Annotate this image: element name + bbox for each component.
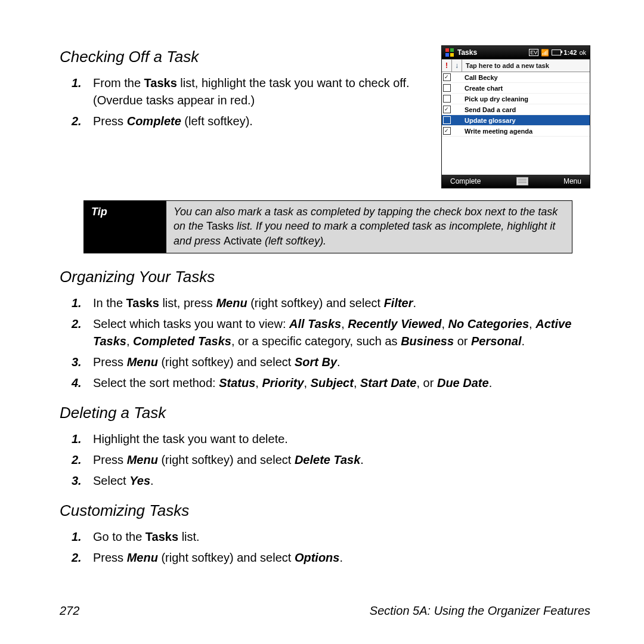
task-checkbox[interactable] [443, 84, 451, 92]
step-number: 1. [72, 75, 82, 92]
task-label: Call Becky [461, 74, 590, 81]
step-number: 2. [72, 113, 82, 130]
heading-customizing: Customizing Tasks [60, 501, 590, 520]
heading-deleting: Deleting a Task [60, 404, 590, 422]
step-number: 3. [72, 354, 82, 371]
start-icon[interactable] [445, 48, 454, 57]
task-row[interactable]: ✓Send Dad a card [442, 104, 590, 115]
keyboard-icon[interactable] [516, 177, 528, 185]
task-list: ✓Call BeckyCreate chartPick up dry clean… [442, 72, 590, 137]
tip-box: Tip You can also mark a task as complete… [83, 200, 572, 253]
task-row[interactable]: Pick up dry cleaning [442, 94, 590, 104]
step-number: 4. [72, 374, 82, 392]
device-screenshot: Tasks EV 📶 1:42 ok ! ↓ Tap here to add a… [441, 45, 590, 188]
page-number: 272 [60, 604, 79, 618]
right-softkey[interactable]: Menu [564, 177, 581, 185]
priority-column-icon[interactable]: ! [442, 60, 452, 72]
task-label: Update glossary [461, 117, 590, 124]
sort-column-icon[interactable]: ↓ [452, 60, 462, 72]
network-icon: EV [529, 49, 538, 56]
page-footer: 272 Section 5A: Using the Organizer Feat… [60, 604, 590, 618]
organizing-step-4: 4. Select the sort method: Status, Prior… [60, 374, 590, 392]
task-label: Pick up dry cleaning [461, 95, 590, 103]
tip-body: You can also mark a task as completed by… [166, 201, 572, 253]
deleting-step-2: 2. Press Menu (right softkey) and select… [60, 451, 590, 469]
task-label: Create chart [461, 85, 590, 92]
task-checkbox[interactable]: ✓ [443, 127, 451, 135]
task-row[interactable]: Create chart [442, 83, 590, 94]
deleting-step-3: 3. Select Yes. [60, 472, 590, 490]
clock: 1:42 [564, 49, 577, 56]
task-row[interactable]: ✓Call Becky [442, 72, 590, 83]
deleting-step-1: 1. Highlight the task you want to delete… [60, 431, 590, 448]
heading-organizing: Organizing Your Tasks [60, 268, 590, 286]
organizing-step-1: 1. In the Tasks list, press Menu (right … [60, 295, 590, 312]
text: (left softkey). [181, 114, 253, 128]
task-checkbox[interactable] [443, 95, 451, 103]
ok-button[interactable]: ok [579, 49, 586, 56]
task-checkbox[interactable] [443, 116, 451, 124]
task-checkbox[interactable]: ✓ [443, 73, 451, 81]
heading-checking: Checking Off a Task [60, 48, 429, 66]
task-label: Send Dad a card [461, 106, 590, 113]
left-softkey[interactable]: Complete [450, 177, 481, 185]
soft-key-bar: Complete Menu [442, 175, 590, 188]
step-number: 2. [72, 315, 82, 333]
customizing-step-2: 2. Press Menu (right softkey) and select… [60, 549, 590, 566]
checking-step-2: 2. Press Complete (left softkey). [60, 113, 429, 130]
battery-icon [552, 49, 561, 55]
step-number: 3. [72, 472, 82, 490]
step-number: 1. [72, 528, 82, 546]
step-number: 1. [72, 295, 82, 312]
task-row[interactable]: ✓Write meeting agenda [442, 126, 590, 137]
step-number: 2. [72, 451, 82, 469]
app-title: Tasks [457, 48, 477, 57]
bold-text: Complete [127, 114, 181, 128]
bold-text: Tasks [144, 76, 177, 89]
tip-label: Tip [84, 201, 166, 253]
new-task-hint[interactable]: Tap here to add a new task [462, 60, 590, 72]
organizing-step-2: 2. Select which tasks you want to view: … [60, 315, 590, 350]
section-label: Section 5A: Using the Organizer Features [370, 604, 590, 618]
organizing-step-3: 3. Press Menu (right softkey) and select… [60, 354, 590, 371]
status-icons: EV 📶 1:42 ok [529, 49, 586, 57]
text: From the [93, 76, 144, 89]
filter-bar: ! ↓ Tap here to add a new task [442, 59, 590, 72]
task-row[interactable]: Update glossary [442, 115, 590, 126]
customizing-step-1: 1. Go to the Tasks list. [60, 528, 590, 546]
task-label: Write meeting agenda [461, 128, 590, 135]
signal-icon: 📶 [541, 49, 549, 57]
text: Press [93, 114, 127, 128]
step-number: 1. [72, 431, 82, 448]
checking-step-1: 1. From the Tasks list, highlight the ta… [60, 75, 429, 109]
task-checkbox[interactable]: ✓ [443, 106, 451, 113]
device-titlebar: Tasks EV 📶 1:42 ok [442, 46, 590, 59]
step-number: 2. [72, 549, 82, 566]
